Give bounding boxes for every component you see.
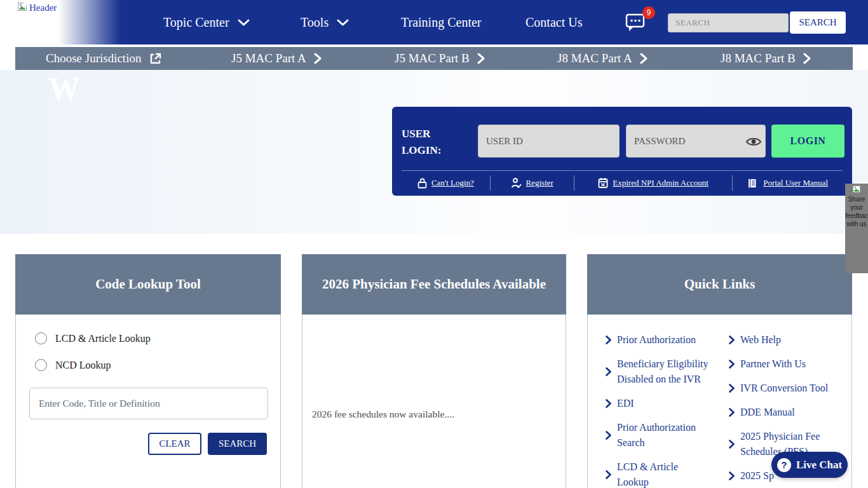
chevron-right-icon (729, 384, 735, 393)
code-lookup-card: Code Lookup Tool LCD & Article Lookup NC… (15, 254, 281, 488)
jurisdiction-j5-mac-part-b[interactable]: J5 MAC Part B (395, 47, 485, 70)
chevron-right-icon (477, 53, 485, 64)
feedback-tab[interactable]: Share your feedback with us (845, 184, 868, 273)
live-chat-label: Live Chat (796, 459, 842, 471)
ncd-lookup-label: NCD Lookup (55, 360, 111, 371)
jurisdiction-bar: Choose Jurisdiction J5 MAC Part A J5 MAC… (15, 47, 853, 70)
user-login-panel: USER LOGIN: LOGIN Can't Login? Register (392, 107, 852, 196)
register-person-icon (511, 177, 522, 189)
nav-tools[interactable]: Tools (301, 0, 349, 44)
live-chat-button[interactable]: ? Live Chat (771, 452, 848, 478)
question-mark-icon: ? (777, 458, 791, 472)
nav-contact-us-label: Contact Us (526, 15, 582, 30)
user-login-label: USER LOGIN: (402, 126, 459, 159)
chevron-right-icon (803, 53, 811, 64)
expired-npi-admin-label: Expired NPI Admin Account (613, 178, 709, 188)
chevron-right-icon (314, 53, 322, 64)
chevron-right-icon (606, 336, 611, 344)
external-link-icon (149, 52, 162, 65)
chevron-right-icon (729, 440, 735, 449)
quick-link-lcd-article-lookup[interactable]: LCD & Article Lookup (606, 459, 709, 488)
user-id-field[interactable] (478, 125, 620, 158)
quick-links-card-title: Quick Links (587, 254, 852, 315)
portal-user-manual-link[interactable]: Portal User Manual (732, 175, 843, 191)
code-lookup-card-body: LCD & Article Lookup NCD Lookup CLEAR SE… (15, 315, 281, 488)
chevron-right-icon (729, 471, 735, 480)
nav-contact-us[interactable]: Contact Us (526, 0, 582, 44)
chevron-right-icon (606, 399, 611, 408)
quick-link-ivr-conversion-tool[interactable]: IVR Conversion Tool (729, 381, 838, 396)
clear-button[interactable]: CLEAR (148, 433, 201, 455)
jurisdiction-label: J8 MAC Part B (721, 51, 796, 65)
site-search-button[interactable]: SEARCH (790, 11, 846, 34)
login-button[interactable]: LOGIN (771, 125, 844, 158)
header-logo-broken-image[interactable]: Header (18, 3, 57, 13)
chevron-right-icon (606, 367, 611, 376)
ncd-lookup-radio-input[interactable] (35, 359, 47, 371)
choose-jurisdiction-label: Choose Jurisdiction (46, 51, 141, 65)
quick-link-label: IVR Conversion Tool (740, 381, 828, 396)
cant-login-label: Can't Login? (431, 178, 474, 188)
feedback-tab-label: Share your feedback with us (845, 196, 868, 227)
jurisdiction-j8-mac-part-b[interactable]: J8 MAC Part B (721, 47, 811, 70)
lcd-article-lookup-radio-input[interactable] (35, 332, 47, 344)
fee-schedules-card: 2026 Physician Fee Schedules Available 2… (302, 254, 566, 488)
top-navigation-bar: Header Topic Center Tools Training Cente… (0, 0, 868, 44)
nav-topic-center[interactable]: Topic Center (163, 0, 250, 44)
show-password-button[interactable] (745, 136, 762, 147)
lcd-article-lookup-label: LCD & Article Lookup (55, 333, 151, 344)
nav-training-center[interactable]: Training Center (401, 0, 481, 44)
lock-icon (417, 177, 427, 189)
register-label: Register (526, 178, 553, 188)
quick-link-prior-authorization-search[interactable]: Prior Authorization Search (606, 420, 709, 451)
lcd-article-lookup-radio[interactable]: LCD & Article Lookup (35, 332, 151, 344)
quick-link-beneficiary-eligibility[interactable]: Beneficiary Eligibility Disabled on the … (606, 356, 709, 387)
register-link[interactable]: Register (490, 175, 574, 191)
login-help-links: Can't Login? Register Expired NPI Admin … (402, 170, 843, 195)
quick-link-label: Beneficiary Eligibility Disabled on the … (617, 356, 709, 387)
fee-schedules-card-title: 2026 Physician Fee Schedules Available (302, 254, 566, 315)
chevron-right-icon (729, 336, 735, 344)
jurisdiction-label: J8 MAC Part A (557, 51, 632, 65)
quick-link-partner-with-us[interactable]: Partner With Us (729, 356, 838, 372)
chevron-down-icon (238, 19, 250, 26)
logo-alt-text: Header (29, 3, 57, 13)
chat-notification-badge: 9 (642, 6, 655, 19)
quick-link-web-help[interactable]: Web Help (729, 332, 838, 348)
jurisdiction-j5-mac-part-a[interactable]: J5 MAC Part A (231, 47, 322, 70)
quick-links-left-column: Prior Authorization Beneficiary Eligibil… (606, 332, 709, 488)
code-lookup-buttons: CLEAR SEARCH (148, 433, 267, 455)
fee-schedules-announcement[interactable]: 2026 fee schedules now available.... (312, 409, 454, 420)
cant-login-link[interactable]: Can't Login? (402, 175, 490, 191)
portal-user-manual-label: Portal User Manual (763, 178, 828, 188)
ncd-lookup-radio[interactable]: NCD Lookup (35, 359, 111, 371)
chat-messages-button[interactable]: 9 (625, 11, 649, 36)
nav-tools-label: Tools (301, 15, 329, 30)
nav-training-center-label: Training Center (401, 15, 481, 30)
quick-link-label: LCD & Article Lookup (617, 459, 709, 488)
broken-image-icon (18, 3, 27, 11)
site-search-input[interactable] (668, 13, 789, 32)
chevron-right-icon (729, 408, 735, 417)
code-search-button[interactable]: SEARCH (208, 433, 267, 455)
hero-watermark: W (48, 70, 80, 107)
code-lookup-input[interactable] (29, 388, 268, 419)
quick-link-label: Partner With Us (740, 356, 806, 372)
jurisdiction-j8-mac-part-a[interactable]: J8 MAC Part A (557, 47, 648, 70)
fee-schedules-card-body: 2026 fee schedules now available.... (302, 315, 566, 488)
quick-link-label: DDE Manual (740, 405, 795, 420)
chevron-down-icon (337, 19, 349, 26)
quick-link-label: EDI (617, 396, 634, 411)
quick-link-edi[interactable]: EDI (606, 396, 709, 411)
choose-jurisdiction-link[interactable]: Choose Jurisdiction (46, 47, 162, 70)
quick-link-label: Prior Authorization Search (617, 420, 709, 451)
password-field[interactable] (626, 125, 766, 158)
expired-npi-admin-link[interactable]: Expired NPI Admin Account (574, 175, 733, 191)
jurisdiction-label: J5 MAC Part A (231, 51, 306, 65)
broken-image-icon (853, 186, 861, 193)
chevron-right-icon (606, 470, 611, 479)
quick-link-label: Prior Authorization (617, 332, 696, 348)
quick-link-prior-authorization[interactable]: Prior Authorization (606, 332, 709, 348)
quick-link-dde-manual[interactable]: DDE Manual (729, 405, 838, 420)
jurisdiction-label: J5 MAC Part B (395, 51, 470, 65)
